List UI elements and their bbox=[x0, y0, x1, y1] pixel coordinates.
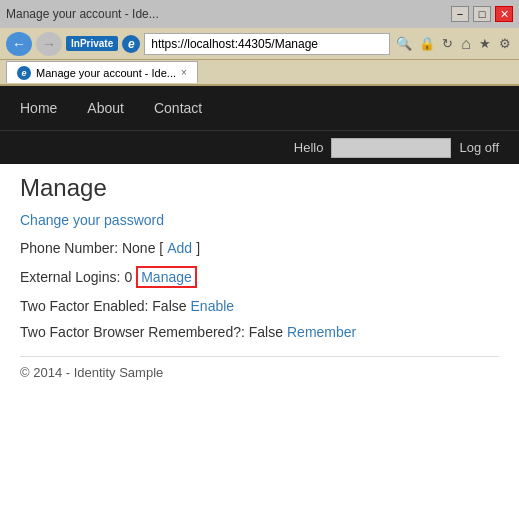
tab-title: Manage your account - Ide... bbox=[36, 67, 176, 79]
external-logins-label: External Logins: bbox=[20, 269, 120, 285]
remember-browser-link[interactable]: Remember bbox=[287, 324, 356, 340]
settings-icon[interactable]: ⚙ bbox=[497, 34, 513, 53]
nav-contact[interactable]: Contact bbox=[154, 100, 202, 116]
footer-divider bbox=[20, 356, 499, 357]
address-bar-icons: 🔍 🔒 ↻ bbox=[394, 34, 455, 53]
logoff-link[interactable]: Log off bbox=[459, 140, 499, 155]
manage-logins-link[interactable]: Manage bbox=[136, 266, 197, 288]
browser-tab[interactable]: e Manage your account - Ide... × bbox=[6, 61, 198, 83]
footer-copyright: © 2014 - Identity Sample bbox=[20, 365, 499, 380]
browser-remember-label: Two Factor Browser Remembered?: False bbox=[20, 324, 283, 340]
maximize-button[interactable]: □ bbox=[473, 6, 491, 22]
tab-close-button[interactable]: × bbox=[181, 67, 187, 78]
favorites-icon[interactable]: ★ bbox=[477, 34, 493, 53]
url-input[interactable] bbox=[144, 33, 390, 55]
site-navbar: Home About Contact bbox=[0, 86, 519, 130]
close-button[interactable]: ✕ bbox=[495, 6, 513, 22]
phone-after: ] bbox=[196, 240, 200, 256]
address-bar: ← → InPrivate e 🔍 🔒 ↻ ⌂ ★ ⚙ bbox=[0, 28, 519, 60]
add-phone-link[interactable]: Add bbox=[167, 240, 192, 256]
back-button[interactable]: ← bbox=[6, 32, 32, 56]
tab-bar: e Manage your account - Ide... × bbox=[0, 60, 519, 86]
lock-icon: 🔒 bbox=[417, 34, 437, 53]
change-password-link[interactable]: Change your password bbox=[20, 212, 499, 228]
tab-favicon: e bbox=[17, 66, 31, 80]
phone-number-row: Phone Number: None [ Add ] bbox=[20, 240, 499, 256]
main-content: Manage Change your password Phone Number… bbox=[0, 164, 519, 400]
inprivate-badge: InPrivate bbox=[66, 36, 118, 51]
hello-label: Hello bbox=[294, 140, 324, 155]
phone-label: Phone Number: None [ bbox=[20, 240, 163, 256]
window-title: Manage your account - Ide... bbox=[6, 7, 447, 21]
two-factor-row: Two Factor Enabled: False Enable bbox=[20, 298, 499, 314]
nav-home[interactable]: Home bbox=[20, 100, 57, 116]
external-logins-row: External Logins: 0 Manage bbox=[20, 266, 499, 288]
title-bar: Manage your account - Ide... − □ ✕ bbox=[0, 0, 519, 28]
nav-about[interactable]: About bbox=[87, 100, 124, 116]
minimize-button[interactable]: − bbox=[451, 6, 469, 22]
ie-logo-icon: e bbox=[122, 35, 140, 53]
two-factor-label: Two Factor Enabled: False bbox=[20, 298, 187, 314]
hello-bar: Hello Log off bbox=[0, 130, 519, 164]
enable-two-factor-link[interactable]: Enable bbox=[191, 298, 235, 314]
forward-button[interactable]: → bbox=[36, 32, 62, 56]
refresh-icon[interactable]: ↻ bbox=[440, 34, 455, 53]
home-icon[interactable]: ⌂ bbox=[459, 33, 473, 55]
username-display bbox=[331, 138, 451, 158]
external-logins-count: 0 bbox=[124, 269, 132, 285]
browser-remember-row: Two Factor Browser Remembered?: False Re… bbox=[20, 324, 499, 340]
page-title: Manage bbox=[20, 174, 499, 202]
search-icon[interactable]: 🔍 bbox=[394, 34, 414, 53]
